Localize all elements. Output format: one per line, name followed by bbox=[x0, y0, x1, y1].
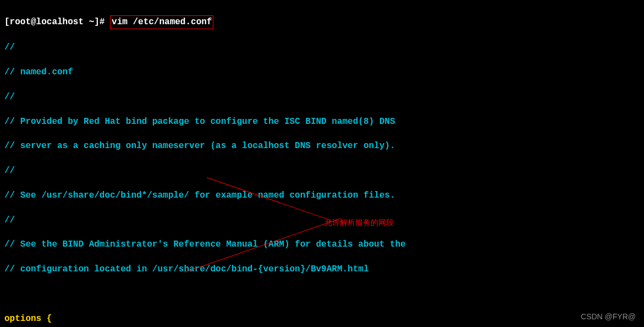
comment-line: // See /usr/share/doc/bind*/sample/ for … bbox=[4, 189, 640, 201]
options-keyword: options { bbox=[4, 314, 52, 324]
comment-line: // bbox=[4, 165, 640, 177]
comment-line: // Provided by Red Hat bind package to c… bbox=[4, 116, 640, 128]
comment-line: // bbox=[4, 41, 640, 53]
comment-line: // bbox=[4, 91, 640, 103]
blank-line bbox=[4, 288, 640, 300]
comment-line: // configuration located in /usr/share/d… bbox=[4, 263, 640, 275]
vim-command: vim /etc/named.conf bbox=[112, 17, 212, 27]
watermark-text: CSDN @FYR@ bbox=[581, 312, 636, 323]
comment-line: // named.conf bbox=[4, 66, 640, 78]
terminal-window[interactable]: [root@localhost ~]# vim /etc/named.conf … bbox=[0, 0, 644, 327]
comment-line: // See the BIND Administrator's Referenc… bbox=[4, 238, 640, 250]
shell-prompt: [root@localhost ~]# bbox=[4, 17, 110, 27]
comment-line: // server as a caching only nameserver (… bbox=[4, 140, 640, 152]
command-highlight-box: vim /etc/named.conf bbox=[110, 15, 213, 29]
